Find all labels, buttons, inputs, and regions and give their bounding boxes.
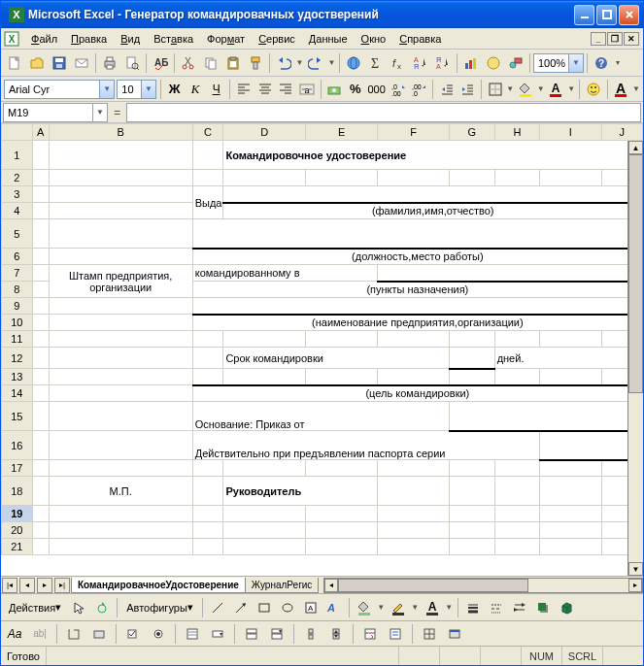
arrow-style-icon[interactable] bbox=[509, 597, 530, 618]
line-icon[interactable] bbox=[207, 597, 228, 618]
label-naim[interactable]: (наименование предприятия,организации) bbox=[192, 315, 642, 331]
listbox-control-icon[interactable] bbox=[182, 623, 203, 645]
groupbox-control-icon[interactable] bbox=[63, 623, 85, 645]
redo-dropdown[interactable]: ▼ bbox=[327, 52, 336, 74]
toolbar-options[interactable]: ▾ bbox=[613, 52, 622, 74]
label-deist[interactable]: Действительно при предъявлении паспорта … bbox=[192, 431, 539, 460]
undo-icon[interactable] bbox=[273, 52, 294, 74]
vertical-scrollbar[interactable]: ▲ ▼ bbox=[627, 141, 643, 576]
label-dolzh[interactable]: (должность,место работы) bbox=[192, 249, 642, 265]
label-ruk[interactable]: Руководитель bbox=[223, 477, 378, 506]
print-icon[interactable] bbox=[99, 52, 120, 74]
save-icon[interactable] bbox=[49, 52, 70, 74]
tab-nav-first[interactable]: |◂ bbox=[2, 578, 17, 593]
label-punkty[interactable]: (пункты назначения) bbox=[192, 282, 642, 298]
col-D[interactable]: D bbox=[223, 124, 306, 141]
font-color-draw-icon[interactable]: A bbox=[422, 597, 443, 618]
font-color-icon[interactable]: A bbox=[547, 79, 566, 100]
col-G[interactable]: G bbox=[450, 124, 495, 141]
col-E[interactable]: E bbox=[306, 124, 378, 141]
col-C[interactable]: C bbox=[192, 124, 223, 141]
large-font-color-icon[interactable]: A bbox=[611, 79, 630, 100]
font-size-combo[interactable]: 10▼ bbox=[117, 80, 156, 99]
horizontal-scrollbar[interactable]: ◂ ▸ bbox=[323, 578, 643, 593]
smiley-icon[interactable] bbox=[584, 79, 603, 100]
menu-file[interactable]: Файл bbox=[24, 31, 64, 47]
menu-view[interactable]: Вид bbox=[114, 31, 147, 47]
fill-color-icon[interactable] bbox=[516, 79, 535, 100]
select-all[interactable] bbox=[2, 124, 33, 141]
label-komand[interactable]: командированному в bbox=[192, 265, 377, 282]
open-icon[interactable] bbox=[26, 52, 48, 74]
bold-icon[interactable]: Ж bbox=[165, 79, 185, 100]
sort-asc-icon[interactable]: АЯ bbox=[410, 52, 431, 74]
tab-nav-last[interactable]: ▸| bbox=[54, 578, 70, 593]
option-control-icon[interactable] bbox=[148, 623, 169, 645]
decrease-decimal-icon[interactable]: ,00,0 bbox=[409, 79, 428, 100]
wordart-icon[interactable]: A bbox=[323, 597, 345, 618]
hyperlink-icon[interactable] bbox=[343, 52, 364, 74]
label-cel[interactable]: (цель командировки) bbox=[192, 385, 642, 402]
rotate-icon[interactable] bbox=[91, 597, 113, 618]
mail-icon[interactable] bbox=[71, 52, 92, 74]
borders-icon[interactable] bbox=[486, 79, 505, 100]
label-stamp[interactable]: Штамп предприятия, организации bbox=[49, 265, 192, 298]
font-color-dropdown[interactable]: ▼ bbox=[567, 79, 575, 100]
drawing-toggle-icon[interactable] bbox=[505, 52, 526, 74]
copy-icon[interactable] bbox=[200, 52, 221, 74]
borders-dropdown[interactable]: ▼ bbox=[506, 79, 514, 100]
doc-title[interactable]: Командировочное удостоверение bbox=[223, 141, 643, 170]
spinner-control-icon[interactable] bbox=[325, 623, 347, 645]
sheet-tab-2[interactable]: ЖурналРегис bbox=[245, 578, 320, 593]
label-srok[interactable]: Срок командировки bbox=[223, 348, 450, 369]
sort-desc-icon[interactable]: ЯА bbox=[432, 52, 454, 74]
align-left-icon[interactable] bbox=[234, 79, 254, 100]
combo-list-edit-icon[interactable] bbox=[241, 623, 262, 645]
undo-dropdown[interactable]: ▼ bbox=[295, 52, 304, 74]
rectangle-icon[interactable] bbox=[254, 597, 275, 618]
menu-data[interactable]: Данные bbox=[302, 31, 355, 47]
merge-center-icon[interactable]: a bbox=[297, 79, 317, 100]
label-mp[interactable]: М.П. bbox=[49, 477, 192, 506]
mdi-minimize-button[interactable]: _ bbox=[591, 32, 606, 46]
combo-dropdown-edit-icon[interactable] bbox=[266, 623, 288, 645]
fill-color-draw-icon[interactable] bbox=[354, 597, 375, 618]
format-painter-icon[interactable] bbox=[245, 52, 266, 74]
textbox-icon[interactable]: A bbox=[300, 597, 322, 618]
fill-color-dropdown[interactable]: ▼ bbox=[537, 79, 545, 100]
col-J[interactable]: J bbox=[601, 124, 642, 141]
currency-icon[interactable] bbox=[324, 79, 344, 100]
redo-icon[interactable] bbox=[305, 52, 326, 74]
comma-icon[interactable]: 000 bbox=[366, 79, 386, 100]
map-icon[interactable] bbox=[483, 52, 504, 74]
close-button[interactable] bbox=[619, 5, 639, 25]
col-I[interactable]: I bbox=[540, 124, 601, 141]
edit-code-icon[interactable] bbox=[385, 623, 406, 645]
checkbox-control-icon[interactable] bbox=[122, 623, 144, 645]
shadow-icon[interactable] bbox=[532, 597, 554, 618]
maximize-button[interactable] bbox=[596, 5, 617, 25]
print-preview-icon[interactable] bbox=[121, 52, 143, 74]
label-dney[interactable]: дней. bbox=[494, 348, 642, 369]
menu-edit[interactable]: Правка bbox=[64, 31, 114, 47]
autoshapes-menu[interactable]: Автофигуры ▾ bbox=[121, 597, 198, 618]
col-F[interactable]: F bbox=[378, 124, 450, 141]
label-vydano[interactable]: Выдано bbox=[192, 186, 223, 219]
menu-format[interactable]: Формат bbox=[200, 31, 252, 47]
combobox-control-icon[interactable] bbox=[207, 623, 228, 645]
large-font-color-dropdown[interactable]: ▼ bbox=[632, 79, 640, 100]
draw-actions-menu[interactable]: Действия ▾ bbox=[4, 597, 66, 618]
worksheet-grid[interactable]: A B C D E F G H I J 1Командировочное удо… bbox=[1, 123, 643, 576]
col-B[interactable]: B bbox=[49, 124, 192, 141]
font-name-combo[interactable]: Arial Cyr▼ bbox=[4, 80, 115, 99]
select-objects-icon[interactable] bbox=[68, 597, 89, 618]
chart-wizard-icon[interactable] bbox=[460, 52, 482, 74]
italic-icon[interactable]: К bbox=[186, 79, 205, 100]
sheet-tab-1[interactable]: КомандировачноеУдостоверение bbox=[71, 578, 246, 593]
3d-icon[interactable] bbox=[556, 597, 577, 618]
help-icon[interactable]: ? bbox=[591, 52, 612, 74]
toggle-grid-icon[interactable] bbox=[419, 623, 440, 645]
tab-nav-prev[interactable]: ◂ bbox=[19, 578, 35, 593]
workbook-icon[interactable]: X bbox=[3, 30, 20, 48]
function-icon[interactable]: fx bbox=[388, 52, 409, 74]
